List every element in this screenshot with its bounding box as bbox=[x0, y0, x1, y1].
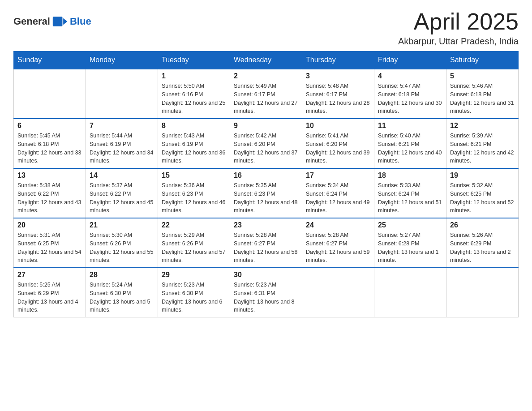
month-title: April 2025 bbox=[398, 9, 519, 34]
day-info: Sunrise: 5:49 AMSunset: 6:17 PMDaylight:… bbox=[234, 82, 298, 116]
day-number: 11 bbox=[378, 122, 442, 130]
day-number: 29 bbox=[162, 271, 226, 279]
day-info: Sunrise: 5:26 AMSunset: 6:29 PMDaylight:… bbox=[450, 231, 515, 265]
svg-rect-0 bbox=[53, 17, 63, 26]
day-info: Sunrise: 5:43 AMSunset: 6:19 PMDaylight:… bbox=[162, 132, 226, 165]
calendar-cell: 22Sunrise: 5:29 AMSunset: 6:26 PMDayligh… bbox=[158, 218, 230, 268]
day-number: 1 bbox=[162, 72, 226, 80]
day-info: Sunrise: 5:44 AMSunset: 6:19 PMDaylight:… bbox=[90, 132, 154, 165]
calendar-cell bbox=[302, 268, 374, 317]
weekday-header-sunday: Sunday bbox=[14, 51, 86, 69]
page-header: General Blue April 2025 Akbarpur, Uttar … bbox=[13, 9, 519, 47]
weekday-header-row: SundayMondayTuesdayWednesdayThursdayFrid… bbox=[14, 51, 519, 69]
day-info: Sunrise: 5:29 AMSunset: 6:26 PMDaylight:… bbox=[162, 231, 226, 265]
day-info: Sunrise: 5:37 AMSunset: 6:22 PMDaylight:… bbox=[90, 181, 154, 215]
calendar-cell: 5Sunrise: 5:46 AMSunset: 6:18 PMDaylight… bbox=[446, 69, 519, 119]
day-number: 20 bbox=[17, 221, 82, 229]
day-number: 8 bbox=[162, 122, 226, 130]
weekday-header-saturday: Saturday bbox=[446, 51, 519, 69]
logo-icon bbox=[52, 13, 68, 30]
day-number: 23 bbox=[234, 221, 298, 229]
calendar-cell: 30Sunrise: 5:23 AMSunset: 6:31 PMDayligh… bbox=[230, 268, 302, 317]
day-number: 28 bbox=[90, 271, 154, 279]
week-row-2: 6Sunrise: 5:45 AMSunset: 6:18 PMDaylight… bbox=[14, 119, 519, 168]
day-info: Sunrise: 5:27 AMSunset: 6:28 PMDaylight:… bbox=[378, 231, 442, 265]
week-row-1: 1Sunrise: 5:50 AMSunset: 6:16 PMDaylight… bbox=[14, 69, 519, 119]
week-row-4: 20Sunrise: 5:31 AMSunset: 6:25 PMDayligh… bbox=[14, 218, 519, 268]
day-info: Sunrise: 5:24 AMSunset: 6:30 PMDaylight:… bbox=[90, 281, 154, 314]
day-number: 25 bbox=[378, 221, 442, 229]
calendar-cell: 17Sunrise: 5:34 AMSunset: 6:24 PMDayligh… bbox=[302, 168, 374, 218]
day-info: Sunrise: 5:36 AMSunset: 6:23 PMDaylight:… bbox=[162, 181, 226, 215]
weekday-header-monday: Monday bbox=[86, 51, 158, 69]
calendar-cell: 18Sunrise: 5:33 AMSunset: 6:24 PMDayligh… bbox=[374, 168, 446, 218]
calendar-cell: 14Sunrise: 5:37 AMSunset: 6:22 PMDayligh… bbox=[86, 168, 158, 218]
calendar-cell: 25Sunrise: 5:27 AMSunset: 6:28 PMDayligh… bbox=[374, 218, 446, 268]
day-info: Sunrise: 5:28 AMSunset: 6:27 PMDaylight:… bbox=[234, 231, 298, 265]
calendar: SundayMondayTuesdayWednesdayThursdayFrid… bbox=[13, 51, 519, 317]
calendar-cell: 2Sunrise: 5:49 AMSunset: 6:17 PMDaylight… bbox=[230, 69, 302, 119]
day-info: Sunrise: 5:32 AMSunset: 6:25 PMDaylight:… bbox=[450, 181, 515, 215]
day-number: 2 bbox=[234, 72, 298, 80]
location: Akbarpur, Uttar Pradesh, India bbox=[398, 36, 519, 47]
day-info: Sunrise: 5:39 AMSunset: 6:21 PMDaylight:… bbox=[450, 132, 515, 165]
day-number: 30 bbox=[234, 271, 298, 279]
day-number: 9 bbox=[234, 122, 298, 130]
calendar-cell: 28Sunrise: 5:24 AMSunset: 6:30 PMDayligh… bbox=[86, 268, 158, 317]
calendar-cell: 20Sunrise: 5:31 AMSunset: 6:25 PMDayligh… bbox=[14, 218, 86, 268]
calendar-cell: 27Sunrise: 5:25 AMSunset: 6:29 PMDayligh… bbox=[14, 268, 86, 317]
weekday-header-friday: Friday bbox=[374, 51, 446, 69]
day-number: 13 bbox=[17, 171, 82, 180]
calendar-cell: 6Sunrise: 5:45 AMSunset: 6:18 PMDaylight… bbox=[14, 119, 86, 168]
day-number: 27 bbox=[17, 271, 82, 279]
day-info: Sunrise: 5:31 AMSunset: 6:25 PMDaylight:… bbox=[17, 231, 82, 265]
calendar-cell: 16Sunrise: 5:35 AMSunset: 6:23 PMDayligh… bbox=[230, 168, 302, 218]
day-number: 5 bbox=[450, 72, 515, 80]
day-number: 4 bbox=[378, 72, 442, 80]
calendar-cell bbox=[14, 69, 86, 119]
weekday-header-thursday: Thursday bbox=[302, 51, 374, 69]
day-info: Sunrise: 5:38 AMSunset: 6:22 PMDaylight:… bbox=[17, 181, 82, 215]
day-info: Sunrise: 5:41 AMSunset: 6:20 PMDaylight:… bbox=[306, 132, 370, 165]
day-info: Sunrise: 5:25 AMSunset: 6:29 PMDaylight:… bbox=[17, 281, 82, 314]
calendar-cell: 8Sunrise: 5:43 AMSunset: 6:19 PMDaylight… bbox=[158, 119, 230, 168]
day-info: Sunrise: 5:42 AMSunset: 6:20 PMDaylight:… bbox=[234, 132, 298, 165]
calendar-cell bbox=[374, 268, 446, 317]
logo-blue-text: Blue bbox=[70, 16, 91, 27]
day-number: 17 bbox=[306, 171, 370, 180]
day-info: Sunrise: 5:23 AMSunset: 6:30 PMDaylight:… bbox=[162, 281, 226, 314]
day-info: Sunrise: 5:48 AMSunset: 6:17 PMDaylight:… bbox=[306, 82, 370, 116]
calendar-cell: 12Sunrise: 5:39 AMSunset: 6:21 PMDayligh… bbox=[446, 119, 519, 168]
day-info: Sunrise: 5:23 AMSunset: 6:31 PMDaylight:… bbox=[234, 281, 298, 314]
logo-general-text: General bbox=[13, 16, 50, 27]
day-number: 12 bbox=[450, 122, 515, 130]
calendar-cell: 1Sunrise: 5:50 AMSunset: 6:16 PMDaylight… bbox=[158, 69, 230, 119]
day-info: Sunrise: 5:34 AMSunset: 6:24 PMDaylight:… bbox=[306, 181, 370, 215]
day-number: 14 bbox=[90, 171, 154, 180]
calendar-cell: 10Sunrise: 5:41 AMSunset: 6:20 PMDayligh… bbox=[302, 119, 374, 168]
day-number: 15 bbox=[162, 171, 226, 180]
day-number: 18 bbox=[378, 171, 442, 180]
calendar-cell: 26Sunrise: 5:26 AMSunset: 6:29 PMDayligh… bbox=[446, 218, 519, 268]
calendar-cell: 7Sunrise: 5:44 AMSunset: 6:19 PMDaylight… bbox=[86, 119, 158, 168]
day-number: 22 bbox=[162, 221, 226, 229]
calendar-cell: 24Sunrise: 5:28 AMSunset: 6:27 PMDayligh… bbox=[302, 218, 374, 268]
week-row-5: 27Sunrise: 5:25 AMSunset: 6:29 PMDayligh… bbox=[14, 268, 519, 317]
logo: General Blue bbox=[13, 13, 91, 30]
day-info: Sunrise: 5:28 AMSunset: 6:27 PMDaylight:… bbox=[306, 231, 370, 265]
weekday-header-tuesday: Tuesday bbox=[158, 51, 230, 69]
day-info: Sunrise: 5:47 AMSunset: 6:18 PMDaylight:… bbox=[378, 82, 442, 116]
calendar-cell bbox=[446, 268, 519, 317]
day-info: Sunrise: 5:46 AMSunset: 6:18 PMDaylight:… bbox=[450, 82, 515, 116]
day-number: 16 bbox=[234, 171, 298, 180]
calendar-cell bbox=[86, 69, 158, 119]
calendar-cell: 9Sunrise: 5:42 AMSunset: 6:20 PMDaylight… bbox=[230, 119, 302, 168]
svg-marker-1 bbox=[63, 18, 67, 25]
day-info: Sunrise: 5:45 AMSunset: 6:18 PMDaylight:… bbox=[17, 132, 82, 165]
calendar-cell: 21Sunrise: 5:30 AMSunset: 6:26 PMDayligh… bbox=[86, 218, 158, 268]
title-area: April 2025 Akbarpur, Uttar Pradesh, Indi… bbox=[398, 9, 519, 47]
day-number: 6 bbox=[17, 122, 82, 130]
calendar-cell: 23Sunrise: 5:28 AMSunset: 6:27 PMDayligh… bbox=[230, 218, 302, 268]
day-info: Sunrise: 5:35 AMSunset: 6:23 PMDaylight:… bbox=[234, 181, 298, 215]
calendar-cell: 15Sunrise: 5:36 AMSunset: 6:23 PMDayligh… bbox=[158, 168, 230, 218]
